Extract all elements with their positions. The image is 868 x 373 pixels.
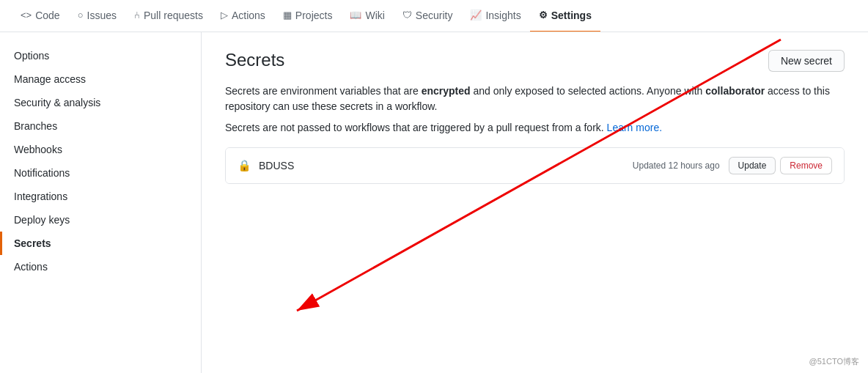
sidebar-item-integrations[interactable]: Integrations bbox=[0, 185, 201, 208]
remove-secret-button[interactable]: Remove bbox=[780, 157, 832, 174]
sidebar: Options Manage access Security & analysi… bbox=[0, 32, 202, 373]
new-secret-button[interactable]: New secret bbox=[768, 50, 845, 72]
update-secret-button[interactable]: Update bbox=[729, 157, 776, 174]
top-navigation: <> Code ○ Issues ⑃ Pull requests ▷ Actio… bbox=[0, 0, 868, 32]
sidebar-item-branches[interactable]: Branches bbox=[0, 114, 201, 138]
nav-wiki[interactable]: 📖 Wiki bbox=[341, 0, 393, 32]
sidebar-item-deploy-keys[interactable]: Deploy keys bbox=[0, 208, 201, 232]
insights-icon: 📈 bbox=[470, 10, 482, 21]
actions-icon: ▷ bbox=[221, 10, 228, 21]
description-note: Secrets are not passed to workflows that… bbox=[225, 120, 845, 136]
wiki-icon: 📖 bbox=[350, 10, 361, 21]
secrets-list: 🔒 BDUSS Updated 12 hours ago Update Remo… bbox=[225, 147, 845, 184]
sidebar-item-options[interactable]: Options bbox=[0, 44, 201, 67]
secrets-header: Secrets New secret bbox=[225, 50, 845, 72]
code-icon: <> bbox=[21, 10, 32, 21]
projects-icon: ▦ bbox=[283, 10, 292, 21]
nav-pull-requests[interactable]: ⑃ Pull requests bbox=[125, 0, 212, 32]
sidebar-item-webhooks[interactable]: Webhooks bbox=[0, 138, 201, 161]
nav-code[interactable]: <> Code bbox=[12, 0, 69, 32]
sidebar-item-manage-access[interactable]: Manage access bbox=[0, 67, 201, 91]
nav-insights[interactable]: 📈 Insights bbox=[461, 0, 529, 32]
page-layout: Options Manage access Security & analysi… bbox=[0, 32, 868, 373]
main-content: Secrets New secret Secrets are environme… bbox=[202, 32, 868, 373]
sidebar-item-actions[interactable]: Actions bbox=[0, 255, 201, 278]
secret-updated: Updated 12 hours ago bbox=[633, 160, 720, 171]
table-row: 🔒 BDUSS Updated 12 hours ago Update Remo… bbox=[226, 148, 844, 183]
security-icon: 🛡 bbox=[402, 10, 412, 21]
nav-projects[interactable]: ▦ Projects bbox=[274, 0, 342, 32]
learn-more-link[interactable]: Learn more. bbox=[607, 122, 662, 133]
sidebar-item-security-analysis[interactable]: Security & analysis bbox=[0, 91, 201, 114]
nav-actions[interactable]: ▷ Actions bbox=[212, 0, 274, 32]
nav-issues[interactable]: ○ Issues bbox=[69, 0, 125, 32]
page-title: Secrets bbox=[225, 50, 284, 70]
lock-icon: 🔒 bbox=[238, 159, 251, 172]
sidebar-item-notifications[interactable]: Notifications bbox=[0, 161, 201, 185]
description-text: Secrets are environment variables that a… bbox=[225, 84, 845, 114]
issues-icon: ○ bbox=[78, 10, 84, 21]
nav-security[interactable]: 🛡 Security bbox=[394, 0, 462, 32]
watermark: @51CTO博客 bbox=[809, 356, 859, 367]
pr-icon: ⑃ bbox=[134, 10, 140, 21]
nav-settings[interactable]: ⚙ Settings bbox=[530, 0, 600, 32]
secret-name: BDUSS bbox=[259, 160, 633, 171]
settings-icon: ⚙ bbox=[539, 10, 548, 21]
sidebar-item-secrets[interactable]: Secrets bbox=[0, 232, 201, 255]
